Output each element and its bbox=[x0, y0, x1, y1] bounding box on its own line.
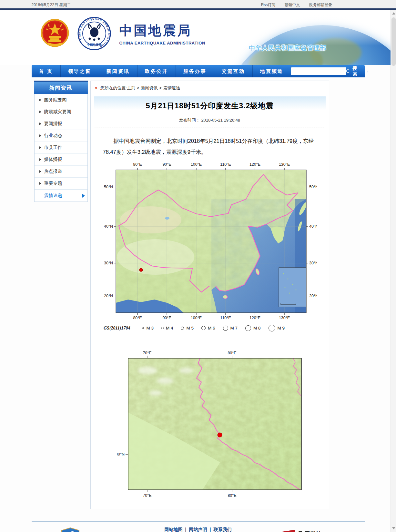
badge-right-top-label: 政府网站 bbox=[299, 530, 322, 532]
footer-link-contact[interactable]: 联系我们 bbox=[213, 527, 231, 532]
sidebar-item-state-council-news[interactable]: 国务院要闻 bbox=[35, 94, 87, 106]
seal-center-text: 中国地震局 bbox=[87, 43, 101, 46]
breadcrumb-link-home[interactable]: 主页 bbox=[127, 85, 135, 90]
map1-lon-tick: 80°E bbox=[133, 162, 142, 167]
china-map-figure: 80°E 90°E 100°E 110°E 120°E 130°E 80°E 9… bbox=[102, 160, 317, 333]
footer-separator: | bbox=[185, 527, 187, 532]
search-input[interactable] bbox=[291, 67, 346, 75]
map1-lon-tick: 80°E bbox=[133, 316, 142, 320]
triangle-icon bbox=[39, 134, 41, 137]
breadcrumb: » 您所在的位置:主页>新闻资讯>震情速递 bbox=[91, 81, 329, 94]
epicenter-marker bbox=[139, 268, 143, 271]
gs-code: GS(2011)1704 bbox=[104, 326, 130, 331]
scroll-up-arrow-icon[interactable] bbox=[392, 12, 395, 15]
map2-lon-tick: 70°E bbox=[143, 493, 151, 498]
map1-lat-tick: 30°N bbox=[104, 261, 113, 265]
map1-lat-tick: 50°N bbox=[309, 185, 317, 189]
triangle-icon bbox=[39, 111, 41, 113]
publish-label: 发布时间： bbox=[179, 118, 200, 123]
ministry-label: 中华人民共和国应急管理部 bbox=[249, 44, 327, 52]
map1-lon-tick: 100°E bbox=[191, 162, 202, 167]
rss-link[interactable]: Rss订阅 bbox=[261, 2, 276, 8]
top-strip: 2018年5月22日 星期二 Rss订阅 繁體中文 政务邮箱登录 bbox=[0, 0, 396, 10]
sidebar-item-key-news[interactable]: 要闻播报 bbox=[35, 118, 87, 130]
region-map-figure: 70°E 80°E 70°E 80°E 30°N bbox=[117, 351, 302, 509]
sidebar-item-industry-trends[interactable]: 行业动态 bbox=[35, 130, 87, 142]
main-nav: 首 页 领导之窗 新闻资讯 政务公开 服务办事 交流互动 地震频道 搜 索 › bbox=[32, 65, 365, 77]
site-header: 中华人民共和国应急管理部 CHINA EARTHQUAKE ADMINISTRA… bbox=[0, 10, 396, 65]
triangle-icon bbox=[39, 123, 41, 125]
page-title: 5月21日18时51分印度发生3.2级地震 bbox=[94, 101, 326, 111]
map1-lat-tick: 20°N bbox=[309, 294, 317, 298]
sidebar-item-label: 热点报道 bbox=[44, 169, 62, 174]
magnitude-legend: GS(2011)1704 M 3 M 4 M 5 M 6 M 7 M 8 M 9 bbox=[104, 323, 317, 333]
magnitude-circle-icon bbox=[223, 326, 228, 331]
map1-lat-tick: 50°N bbox=[104, 185, 113, 189]
traditional-chinese-link[interactable]: 繁體中文 bbox=[285, 2, 300, 8]
gov-mail-login-link[interactable]: 政务邮箱登录 bbox=[309, 2, 332, 8]
triangle-icon bbox=[39, 170, 41, 173]
map1-lon-tick: 90°E bbox=[162, 316, 171, 320]
magnitude-circle-icon bbox=[269, 325, 275, 331]
footer-link-statement[interactable]: 网站声明 bbox=[189, 527, 207, 532]
search-arrow-icon[interactable]: › bbox=[367, 69, 368, 74]
sidebar-item-hot-reports[interactable]: 热点报道 bbox=[35, 166, 87, 178]
sidebar-item-label: 国务院要闻 bbox=[44, 97, 67, 103]
sidebar-item-city-county-work[interactable]: 市县工作 bbox=[35, 142, 87, 154]
legend-label: M 4 bbox=[166, 326, 173, 330]
nav-item-services[interactable]: 服务办事 bbox=[176, 65, 214, 77]
sidebar-item-label: 震情速递 bbox=[44, 193, 62, 199]
sidebar-item-earthquake-bulletin[interactable]: 震情速递 bbox=[35, 190, 87, 202]
current-date: 2018年5月22日 星期二 bbox=[32, 2, 71, 8]
legend-label: M 6 bbox=[208, 326, 215, 330]
map1-lat-tick: 40°N bbox=[104, 224, 113, 229]
nav-item-news[interactable]: 新闻资讯 bbox=[99, 65, 137, 77]
earth-image bbox=[216, 10, 396, 65]
sidebar-item-important-topics[interactable]: 重要专题 bbox=[35, 178, 87, 190]
breadcrumb-separator: > bbox=[137, 85, 139, 90]
search-icon bbox=[346, 69, 350, 74]
footer-link-sitemap[interactable]: 网站地图 bbox=[165, 527, 183, 532]
breadcrumb-link-news[interactable]: 新闻资讯 bbox=[141, 85, 158, 90]
map1-lat-tick: 40°N bbox=[309, 224, 317, 229]
gov-site-error-report-badge[interactable]: 政府网站 找错 bbox=[279, 529, 322, 532]
sidebar-item-label: 重要专题 bbox=[44, 181, 62, 186]
map2-lon-tick: 80°E bbox=[228, 493, 236, 498]
magnitude-circle-icon bbox=[181, 327, 184, 330]
nav-item-home[interactable]: 首 页 bbox=[32, 65, 61, 77]
map1-lon-tick: 100°E bbox=[191, 316, 202, 320]
nav-item-earthquake-channel[interactable]: 地震频道 bbox=[253, 65, 291, 77]
nav-item-leaders[interactable]: 领导之窗 bbox=[61, 65, 99, 77]
map1-lat-tick: 30°N bbox=[309, 261, 317, 265]
publish-time: 2018-05-21 19:26:48 bbox=[201, 118, 240, 123]
page-scrollbar[interactable] bbox=[391, 10, 396, 532]
sidebar-item-disaster-reduction-news[interactable]: 防震减灾要闻 bbox=[35, 106, 87, 118]
active-arrow-icon bbox=[82, 194, 85, 198]
title-band: 5月21日18时51分印度发生3.2级地震 bbox=[94, 96, 326, 112]
breadcrumb-link-bulletin[interactable]: 震情速递 bbox=[163, 85, 180, 90]
map1-lon-tick: 110°E bbox=[220, 162, 231, 167]
legend-label: M 5 bbox=[186, 326, 194, 330]
sidebar-item-media-reports[interactable]: 媒体播报 bbox=[35, 154, 87, 166]
legend-label: M 9 bbox=[278, 326, 285, 330]
triangle-icon bbox=[39, 182, 41, 185]
epicenter-marker bbox=[218, 433, 222, 437]
map1-lat-tick: 20°N bbox=[104, 294, 113, 298]
nav-item-gov-affairs[interactable]: 政务公开 bbox=[137, 65, 176, 77]
map2-lat-tick: 30°N bbox=[117, 452, 125, 457]
triangle-icon bbox=[39, 158, 41, 161]
search-label[interactable]: 搜 索 bbox=[352, 65, 365, 77]
nav-item-interaction[interactable]: 交流互动 bbox=[214, 65, 253, 77]
magnitude-circle-icon bbox=[142, 327, 144, 329]
region-map: 70°E 80°E 70°E 80°E 30°N bbox=[117, 351, 302, 498]
footer: 事业单位 政府网站 找错 网站地图|网站声明|联系我们 中华人民共和国计算机信息… bbox=[32, 527, 365, 532]
dotted-divider bbox=[95, 127, 325, 127]
sidebar: 新闻资讯 国务院要闻 防震减灾要闻 要闻播报 行业动态 市县工作 媒体播报 热点… bbox=[34, 81, 88, 202]
magnitude-circle-icon bbox=[201, 326, 206, 330]
search-button[interactable] bbox=[346, 67, 350, 75]
scrollbar-thumb[interactable] bbox=[391, 17, 396, 66]
map1-lon-tick: 120°E bbox=[249, 162, 260, 167]
magnitude-circle-icon bbox=[245, 325, 251, 331]
public-institution-badge[interactable]: 事业单位 bbox=[61, 527, 79, 532]
scroll-down-arrow-icon[interactable] bbox=[392, 527, 395, 529]
